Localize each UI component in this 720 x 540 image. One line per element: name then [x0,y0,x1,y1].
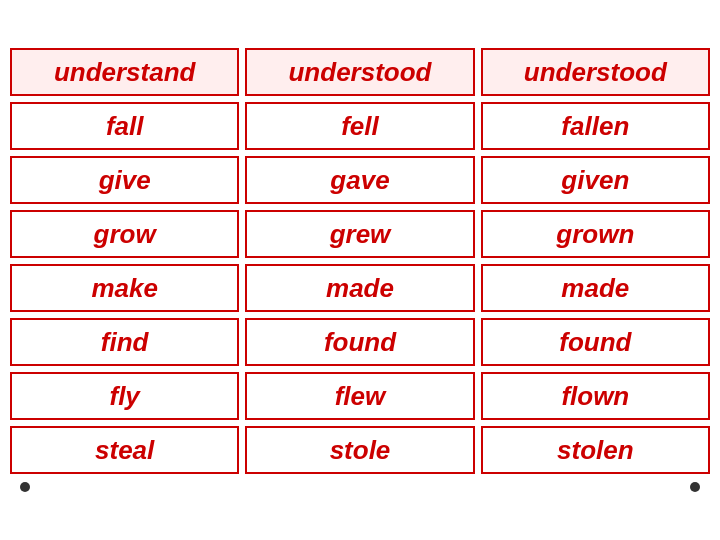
table-row: made [245,264,474,312]
table-row: find [10,318,239,366]
header-label-2: understood [288,57,431,88]
table-row: stolen [481,426,710,474]
left-dot [20,482,30,492]
table-row: grew [245,210,474,258]
table-row: given [481,156,710,204]
table-row: made [481,264,710,312]
table-row: fly [10,372,239,420]
header-label-3: understood [524,57,667,88]
header-cell-2: understood [245,48,474,96]
table-row: found [481,318,710,366]
header-cell-3: understood [481,48,710,96]
table-row: found [245,318,474,366]
page-content: understand understood understood fall fe… [0,38,720,502]
right-dot [690,482,700,492]
dots-row [10,482,710,492]
table-row: fall [10,102,239,150]
header-label-1: understand [54,57,196,88]
table-row: give [10,156,239,204]
table-row: flew [245,372,474,420]
table-row: stole [245,426,474,474]
table-row: gave [245,156,474,204]
header-cell-1: understand [10,48,239,96]
table-row: fallen [481,102,710,150]
table-row: steal [10,426,239,474]
table-row: make [10,264,239,312]
verb-grid: understand understood understood fall fe… [10,48,710,474]
table-row: fell [245,102,474,150]
table-row: grown [481,210,710,258]
table-row: grow [10,210,239,258]
table-row: flown [481,372,710,420]
